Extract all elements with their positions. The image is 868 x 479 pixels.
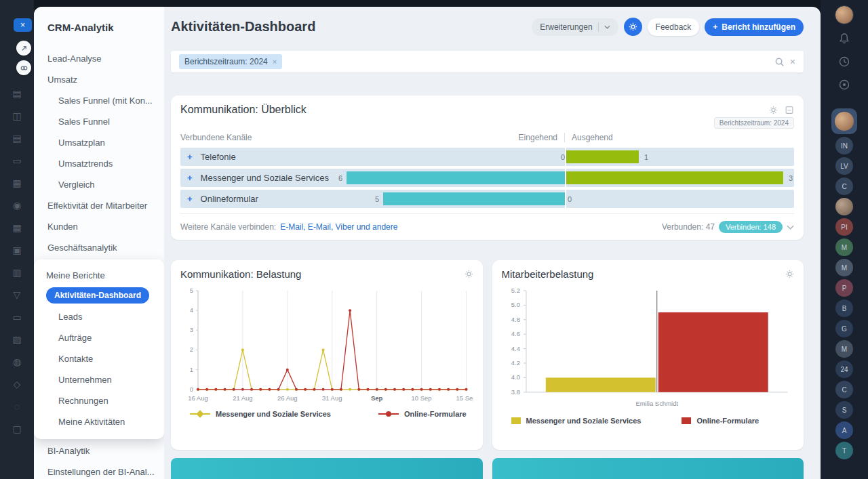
- sidebar-item[interactable]: Kunden: [34, 216, 164, 237]
- extensions-button[interactable]: Erweiterungen: [532, 18, 618, 36]
- funnel-icon[interactable]: ▽: [0, 289, 34, 300]
- add-report-button[interactable]: + Bericht hinzufügen: [705, 18, 804, 36]
- filter-search-bar[interactable]: Berichtszeitraum: 2024 × ×: [171, 51, 804, 72]
- contact-avatar[interactable]: M: [835, 238, 853, 256]
- svg-text:3: 3: [190, 326, 193, 333]
- channel-row[interactable]: +Telefonie01: [180, 148, 794, 166]
- svg-text:5.2: 5.2: [511, 287, 519, 294]
- channel-row[interactable]: +Onlineformular50: [180, 190, 794, 208]
- sidebar-item[interactable]: Sales Funnel (mit Kon...: [34, 90, 164, 111]
- remove-filter-icon[interactable]: ×: [273, 58, 277, 66]
- contact-avatar[interactable]: S: [835, 401, 853, 419]
- sidebar-item[interactable]: Lead-Analyse: [34, 48, 164, 69]
- sidebar-item[interactable]: Umsatztrends: [34, 153, 164, 174]
- user-avatar[interactable]: [835, 5, 854, 24]
- contact-avatar[interactable]: G: [835, 320, 853, 337]
- sidebar-report-item[interactable]: Unternehmen: [34, 369, 164, 390]
- contact-avatar[interactable]: M: [835, 340, 853, 358]
- legend-item[interactable]: Messenger und Soziale Services: [190, 410, 331, 418]
- monitor-icon[interactable]: ▦: [0, 178, 34, 188]
- chart-icon[interactable]: ▥: [0, 267, 34, 278]
- card-icon[interactable]: ▭: [0, 155, 34, 166]
- history-button[interactable]: [838, 56, 850, 70]
- sidebar-report-item[interactable]: Aufträge: [34, 327, 164, 348]
- close-slider-button[interactable]: ×: [14, 18, 32, 32]
- legend-item[interactable]: Online-Formulare: [682, 417, 759, 425]
- contact-avatar[interactable]: M: [835, 259, 853, 276]
- expand-row-icon[interactable]: +: [187, 152, 193, 162]
- contacts-icon[interactable]: ◫: [0, 110, 34, 121]
- contact-avatar[interactable]: PI: [835, 218, 853, 236]
- sidebar-report-item[interactable]: Kontakte: [34, 348, 164, 369]
- calendar-icon[interactable]: ▦: [0, 222, 34, 233]
- channel-name: Onlineformular: [201, 194, 258, 204]
- contact-avatar[interactable]: LV: [835, 157, 853, 175]
- sidebar-item[interactable]: Vergleich: [34, 174, 164, 195]
- widget-settings-button[interactable]: [465, 270, 473, 278]
- camera-icon[interactable]: ◉: [0, 200, 34, 211]
- sidebar-report-item[interactable]: Leads: [34, 306, 164, 327]
- clock-icon: [838, 56, 850, 68]
- tasks-icon[interactable]: ▣: [0, 245, 34, 255]
- channel-row[interactable]: +Messenger und Soziale Services63: [180, 169, 794, 187]
- sidebar-report-item[interactable]: Meine Aktivitäten: [34, 411, 164, 432]
- sidebar-item[interactable]: Umsatzplan: [34, 132, 164, 153]
- document-icon[interactable]: ▤: [0, 133, 34, 144]
- support-button[interactable]: [838, 79, 850, 93]
- filter-tag[interactable]: Berichtszeitraum: 2024 ×: [179, 54, 282, 69]
- cart-icon[interactable]: ▨: [0, 334, 34, 345]
- charts-row: Kommunikation: Belastung: [171, 260, 804, 450]
- svg-text:10 Sep: 10 Sep: [412, 394, 432, 402]
- connect-channels-links[interactable]: E-Mail, E-Mail, Viber und andere: [280, 222, 397, 232]
- widget-collapse-button[interactable]: [785, 106, 794, 114]
- sidebar-item-active[interactable]: Aktivitäten-Dashboard: [46, 287, 149, 304]
- outgoing-value: 3: [789, 174, 793, 182]
- footer-chevron-button[interactable]: [787, 225, 794, 230]
- contact-avatar[interactable]: 24: [835, 360, 853, 378]
- contact-avatar[interactable]: T: [835, 442, 853, 459]
- svg-text:15 Sep: 15 Sep: [456, 394, 473, 402]
- drive-icon[interactable]: ◇: [0, 379, 34, 390]
- incoming-value: 6: [338, 174, 342, 182]
- incoming-bar: [347, 171, 565, 184]
- open-in-new-button[interactable]: [16, 41, 31, 56]
- legend-item[interactable]: Online-Formulare: [378, 410, 467, 418]
- clock-icon[interactable]: ◌: [0, 401, 34, 412]
- clear-search-icon[interactable]: ×: [790, 56, 795, 67]
- contact-avatar[interactable]: A: [835, 421, 853, 439]
- sidebar-item[interactable]: Umsatz: [34, 69, 164, 90]
- sidebar-item[interactable]: BI-Analytik: [34, 440, 164, 461]
- widget-settings-button[interactable]: [785, 270, 794, 278]
- contact-avatar[interactable]: C: [835, 178, 853, 195]
- contact-avatar[interactable]: [835, 198, 853, 215]
- contact-avatar[interactable]: P: [835, 279, 853, 297]
- contact-avatar[interactable]: B: [835, 299, 853, 317]
- search-button[interactable]: [774, 57, 785, 67]
- sidebar-item[interactable]: Sales Funnel: [34, 111, 164, 132]
- sidebar-item[interactable]: Einstellungen der BI-Anal...: [34, 461, 164, 479]
- globe-icon[interactable]: ◍: [0, 356, 34, 367]
- contact-avatar[interactable]: C: [835, 381, 853, 398]
- page-header: Aktivitäten-Dashboard Erweiterungen: [171, 18, 804, 36]
- feedback-button[interactable]: Feedback: [648, 18, 700, 36]
- copy-link-button[interactable]: [16, 60, 31, 75]
- sidebar-section-meine-berichte[interactable]: Meine Berichte: [34, 265, 164, 285]
- page-title: Aktivitäten-Dashboard: [171, 19, 526, 35]
- sidebar-item[interactable]: Effektivität der Mitarbeiter: [34, 195, 164, 216]
- connect-badge[interactable]: Verbinden: 148: [719, 221, 783, 233]
- settings-icon[interactable]: ▢: [0, 423, 34, 434]
- expand-row-icon[interactable]: +: [187, 194, 193, 204]
- notifications-button[interactable]: [838, 33, 850, 47]
- sidebar-report-item[interactable]: Rechnungen: [34, 390, 164, 411]
- contact-avatar[interactable]: IN: [835, 137, 853, 154]
- document-icon[interactable]: ▤: [0, 88, 34, 99]
- sidebar-item[interactable]: Geschäftsanalytik: [34, 237, 164, 258]
- widget-settings-button[interactable]: [769, 106, 778, 114]
- channel-name: Messenger und Soziale Services: [201, 173, 329, 183]
- settings-button[interactable]: [624, 18, 642, 36]
- bank-card-icon[interactable]: ▭: [0, 312, 34, 322]
- expand-row-icon[interactable]: +: [187, 173, 193, 183]
- legend-item[interactable]: Messenger und Soziale Services: [511, 417, 642, 425]
- active-chat-avatar[interactable]: [831, 108, 857, 134]
- svg-text:1: 1: [190, 366, 193, 373]
